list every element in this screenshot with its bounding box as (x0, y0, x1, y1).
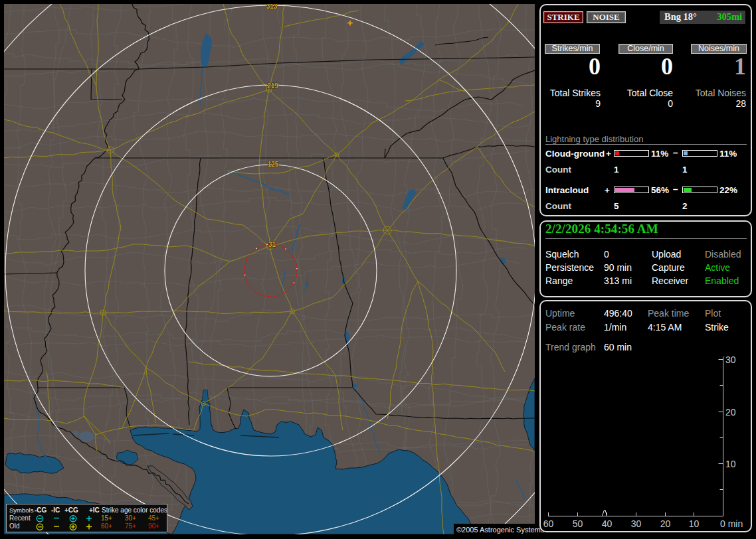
svg-text:20: 20 (660, 518, 671, 529)
svg-text:10: 10 (689, 518, 700, 529)
svg-text:313: 313 (266, 4, 278, 10)
svg-text:20: 20 (725, 407, 736, 418)
svg-text:30: 30 (725, 354, 736, 365)
svg-text:125: 125 (268, 161, 279, 168)
svg-text:0 min: 0 min (720, 518, 743, 529)
svg-text:30: 30 (631, 518, 642, 529)
svg-text:60: 60 (543, 518, 554, 529)
svg-text:50: 50 (573, 518, 583, 529)
svg-text:31: 31 (268, 241, 276, 248)
svg-text:10: 10 (725, 459, 736, 469)
svg-text:40: 40 (602, 518, 613, 529)
svg-text:219: 219 (267, 82, 278, 90)
